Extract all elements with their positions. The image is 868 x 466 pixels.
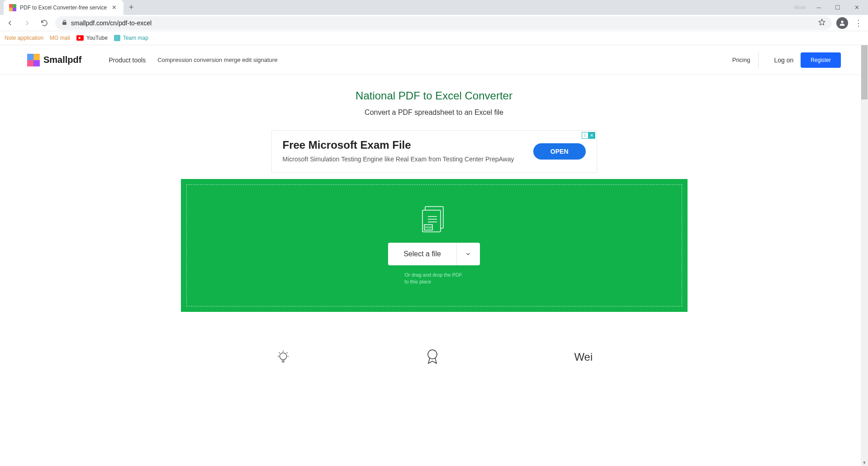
award-ribbon-icon: [426, 348, 439, 366]
browser-tab[interactable]: PDF to Excel Converter-free service ✕: [4, 0, 123, 15]
svg-line-15: [286, 352, 287, 353]
nav-pricing[interactable]: Pricing: [732, 56, 750, 63]
scroll-thumb[interactable]: [861, 45, 868, 99]
lightbulb-icon: [275, 348, 291, 366]
bookmark-mg-mail[interactable]: MG mail: [50, 35, 70, 41]
ad-subtitle: Microsoft Simulation Testing Engine like…: [283, 155, 533, 164]
browser-menu-button[interactable]: ⋮: [853, 18, 864, 28]
ad-banner: Free Microsoft Exam File Microsoft Simul…: [271, 130, 597, 173]
ad-info-icon[interactable]: i: [582, 132, 588, 139]
url-text: smallpdf.com/cn/pdf-to-excel: [71, 19, 152, 27]
pdf-document-icon: PDF: [422, 206, 447, 235]
svg-text:PDF: PDF: [425, 226, 432, 230]
bookmark-team-map[interactable]: Team map: [114, 35, 148, 41]
team-map-icon: [114, 35, 120, 41]
nav-subnav[interactable]: Compression conversion merge edit signat…: [157, 56, 277, 63]
page-scrollbar[interactable]: ▲ ▼: [861, 45, 868, 466]
file-dropzone[interactable]: PDF Select a file Or drag and drop the P…: [186, 184, 682, 306]
reload-button[interactable]: [38, 17, 51, 29]
select-file-dropdown[interactable]: [456, 243, 480, 265]
youtube-icon: [76, 35, 84, 41]
new-tab-button[interactable]: +: [123, 3, 139, 12]
brand-logo[interactable]: Smallpdf: [27, 54, 81, 66]
nav-product-tools[interactable]: Product tools: [109, 56, 146, 64]
brand-logo-icon: [27, 54, 40, 66]
tab-title: PDF to Excel Converter-free service: [20, 5, 107, 11]
register-button[interactable]: Register: [801, 52, 841, 68]
ad-title: Free Microsoft Exam File: [283, 139, 533, 151]
tab-favicon: [9, 4, 16, 11]
chevron-down-icon: [465, 251, 471, 257]
lock-icon: [62, 19, 67, 27]
ad-open-button[interactable]: OPEN: [533, 143, 586, 160]
page-title: National PDF to Excel Converter: [0, 89, 868, 102]
bookmark-note-application[interactable]: Note application: [5, 35, 43, 41]
header-divider: [758, 52, 759, 68]
select-file-button[interactable]: Select a file: [388, 243, 456, 265]
scroll-down-icon[interactable]: ▼: [861, 459, 868, 466]
bookmark-youtube[interactable]: YouTube: [76, 35, 108, 41]
window-maximize-button[interactable]: ☐: [829, 1, 846, 14]
back-button[interactable]: [4, 17, 16, 29]
feature-idea: [275, 348, 291, 366]
address-bar[interactable]: smallpdf.com/cn/pdf-to-excel: [55, 16, 832, 30]
brand-name: Smallpdf: [43, 55, 81, 65]
dropzone-hint: Or drag and drop the PDF to this place: [405, 272, 464, 285]
feature-wei: Wei: [574, 348, 593, 366]
window-minimize-button[interactable]: ─: [810, 1, 827, 14]
forward-button[interactable]: [21, 17, 33, 29]
ad-close-icon[interactable]: ✕: [588, 132, 595, 139]
page-subtitle: Convert a PDF spreadsheet to an Excel fi…: [0, 108, 868, 117]
bookmark-star-icon[interactable]: [818, 19, 825, 28]
svg-line-14: [279, 352, 280, 353]
svg-point-0: [841, 20, 843, 23]
dropzone-container: PDF Select a file Or drag and drop the P…: [181, 179, 688, 312]
nav-login[interactable]: Log on: [774, 56, 793, 64]
svg-point-8: [280, 353, 286, 359]
feature-award: [426, 348, 439, 366]
window-close-button[interactable]: ✕: [848, 1, 865, 14]
svg-point-16: [428, 350, 437, 359]
feature-wei-label: Wei: [574, 351, 593, 363]
tab-close-icon[interactable]: ✕: [110, 4, 118, 11]
window-mode-label: Mode: [794, 5, 806, 10]
profile-avatar[interactable]: [836, 17, 848, 29]
